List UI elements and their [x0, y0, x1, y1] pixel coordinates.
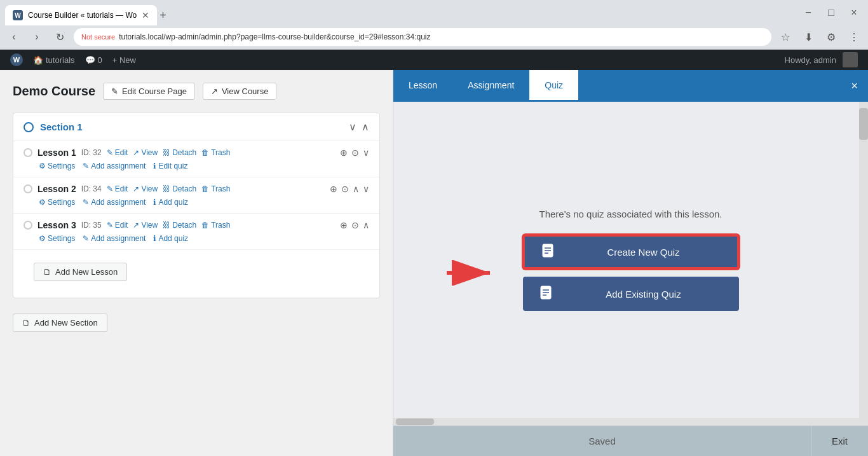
- lesson-3-detach-link[interactable]: ⛓ Detach: [163, 221, 196, 230]
- user-profile-item[interactable]: Howdy, admin: [780, 50, 863, 70]
- wp-logo-item[interactable]: W: [5, 50, 28, 70]
- external-link-icon: ↗: [211, 86, 218, 96]
- lesson-1-detach-link[interactable]: ⛓ Detach: [163, 148, 196, 157]
- lesson-3-row: Lesson 3 ID: 35 ✎ Edit ↗ View ⛓ Detach 🗑…: [13, 214, 379, 250]
- lesson-3-add-assignment-link[interactable]: ✎ Add assignment: [83, 234, 146, 243]
- lesson-1-name[interactable]: Lesson 1: [37, 148, 76, 158]
- right-content: There's no quiz associated with this les…: [393, 102, 868, 418]
- lesson-3-settings-link[interactable]: ⚙ Settings: [39, 234, 75, 243]
- add-existing-quiz-label: Add Existing Quiz: [564, 289, 724, 300]
- lesson-1-vis-icon[interactable]: ⊕: [340, 148, 348, 158]
- tab-quiz-label: Quiz: [545, 80, 563, 90]
- lesson-1-settings-link[interactable]: ⚙ Settings: [39, 162, 75, 170]
- lesson-1-trash-link[interactable]: 🗑 Trash: [201, 148, 230, 157]
- lesson-2-settings-link[interactable]: ⚙ Settings: [39, 198, 75, 207]
- close-button[interactable]: ×: [845, 4, 863, 22]
- lesson-2-add-assignment-link[interactable]: ✎ Add assignment: [83, 198, 146, 207]
- lesson-1-edit-quiz-link[interactable]: ℹ Edit quiz: [153, 162, 187, 170]
- site-name-item[interactable]: 🏠 tutorials: [28, 50, 80, 70]
- no-quiz-text: There's no quiz associated with this les…: [539, 209, 722, 219]
- menu-button[interactable]: ⋮: [845, 28, 863, 46]
- tab-close-icon[interactable]: ✕: [142, 10, 149, 20]
- bookmark-button[interactable]: ☆: [776, 28, 794, 46]
- lesson-2-down-icon[interactable]: ∨: [363, 184, 369, 194]
- tab-lesson-label: Lesson: [409, 80, 437, 90]
- window-controls: − □ ×: [799, 4, 863, 22]
- scrollbar-thumb[interactable]: [859, 108, 868, 140]
- lesson-2-edit-link[interactable]: ✎ Edit: [107, 184, 128, 193]
- lesson-3-order-icon[interactable]: ⊙: [351, 220, 359, 230]
- wp-admin-bar: W 🏠 tutorials 💬 0 + New Howdy, admin: [0, 50, 868, 70]
- tab-lesson[interactable]: Lesson: [393, 70, 452, 102]
- howdy-label: Howdy, admin: [785, 55, 836, 65]
- scrollbar-track[interactable]: [859, 102, 868, 418]
- new-content-item[interactable]: + New: [107, 50, 141, 70]
- browser-tabs: W Course Builder « tutorials — Wo ✕ +: [5, 0, 166, 25]
- exit-button[interactable]: Exit: [811, 426, 868, 456]
- lesson-3-view-link[interactable]: ↗ View: [133, 221, 158, 230]
- lesson-1-edit-link[interactable]: ✎ Edit: [107, 148, 128, 157]
- back-button[interactable]: ‹: [5, 28, 23, 46]
- lesson-1-row: Lesson 1 ID: 32 ✎ Edit ↗ View ⛓ Detach 🗑…: [13, 141, 379, 177]
- forward-button[interactable]: ›: [28, 28, 46, 46]
- section-collapse-icon[interactable]: ∨: [349, 121, 356, 133]
- lesson-2-trash-link[interactable]: 🗑 Trash: [201, 184, 230, 193]
- lesson-2-vis-icon[interactable]: ⊕: [330, 184, 337, 194]
- right-panel: Lesson Assignment Quiz × There's no quiz…: [393, 70, 868, 456]
- new-tab-button[interactable]: +: [159, 5, 166, 25]
- lesson-1-radio[interactable]: [24, 148, 32, 157]
- lesson-2-icons: ⊕ ⊙ ∧ ∨: [330, 184, 369, 194]
- lesson-2-name[interactable]: Lesson 2: [37, 184, 76, 194]
- lesson-2-view-link[interactable]: ↗ View: [133, 184, 158, 193]
- lesson-1-view-link[interactable]: ↗ View: [133, 148, 158, 157]
- view-course-button[interactable]: ↗ View Course: [203, 83, 276, 100]
- tab-title: Course Builder « tutorials — Wo: [28, 11, 137, 20]
- active-browser-tab[interactable]: W Course Builder « tutorials — Wo ✕: [5, 5, 157, 25]
- address-input[interactable]: Not secure tutorials.local/wp-admin/admi…: [74, 28, 771, 46]
- lesson-3-add-quiz-link[interactable]: ℹ Add quiz: [153, 234, 188, 243]
- lesson-3-vis-icon[interactable]: ⊕: [340, 220, 348, 230]
- tab-assignment[interactable]: Assignment: [452, 70, 529, 102]
- existing-quiz-icon: [538, 285, 556, 303]
- lesson-3-radio[interactable]: [24, 221, 32, 230]
- lesson-2-radio[interactable]: [24, 184, 32, 193]
- lesson-1-subactions: ⚙ Settings ✎ Add assignment ℹ Edit quiz: [24, 162, 369, 170]
- refresh-button[interactable]: ↻: [51, 28, 69, 46]
- lesson-2-detach-link[interactable]: ⛓ Detach: [163, 184, 196, 193]
- lesson-2-add-quiz-link[interactable]: ℹ Add quiz: [153, 198, 188, 207]
- lesson-2-up-icon[interactable]: ∧: [353, 184, 359, 194]
- lesson-1-icons: ⊕ ⊙ ∨: [340, 148, 369, 158]
- lesson-2-order-icon[interactable]: ⊙: [341, 184, 349, 194]
- lesson-1-order-icon[interactable]: ⊙: [351, 148, 359, 158]
- lesson-3-up-icon[interactable]: ∧: [363, 220, 369, 230]
- maximize-button[interactable]: □: [822, 4, 840, 22]
- horizontal-scrollbar[interactable]: [393, 418, 868, 425]
- edit-course-button[interactable]: ✎ Edit Course Page: [103, 83, 195, 100]
- lesson-3-edit-link[interactable]: ✎ Edit: [107, 221, 128, 230]
- create-new-quiz-button[interactable]: Create New Quiz: [523, 235, 739, 269]
- comments-count: 0: [98, 55, 102, 65]
- home-icon: 🏠: [33, 55, 43, 65]
- add-new-lesson-button[interactable]: 🗋 Add New Lesson: [34, 263, 127, 281]
- lesson-1-top: Lesson 1 ID: 32 ✎ Edit ↗ View ⛓ Detach 🗑…: [24, 148, 369, 158]
- download-button[interactable]: ⬇: [799, 28, 817, 46]
- site-name-label: tutorials: [46, 55, 75, 65]
- add-new-section-button[interactable]: 🗋 Add New Section: [13, 314, 107, 332]
- lesson-3-name[interactable]: Lesson 3: [37, 220, 76, 230]
- lesson-1-down-icon[interactable]: ∨: [363, 148, 369, 158]
- view-course-label: View Course: [222, 86, 268, 96]
- extensions-button[interactable]: ⚙: [822, 28, 840, 46]
- section-1-name[interactable]: Section 1: [40, 121, 349, 132]
- file-new-icon: [542, 244, 556, 260]
- new-content-label: + New: [112, 55, 136, 65]
- tab-quiz[interactable]: Quiz: [529, 70, 578, 102]
- lesson-2-actions: ✎ Edit ↗ View ⛓ Detach 🗑 Trash: [107, 184, 231, 193]
- lesson-3-trash-link[interactable]: 🗑 Trash: [201, 221, 230, 230]
- lesson-1-add-assignment-link[interactable]: ✎ Add assignment: [83, 162, 146, 170]
- minimize-button[interactable]: −: [799, 4, 817, 22]
- horizontal-scrollbar-thumb[interactable]: [396, 418, 434, 425]
- section-expand-icon[interactable]: ∧: [362, 121, 369, 133]
- panel-close-button[interactable]: ×: [841, 70, 868, 102]
- comments-item[interactable]: 💬 0: [80, 50, 107, 70]
- add-existing-quiz-button[interactable]: Add Existing Quiz: [523, 277, 739, 311]
